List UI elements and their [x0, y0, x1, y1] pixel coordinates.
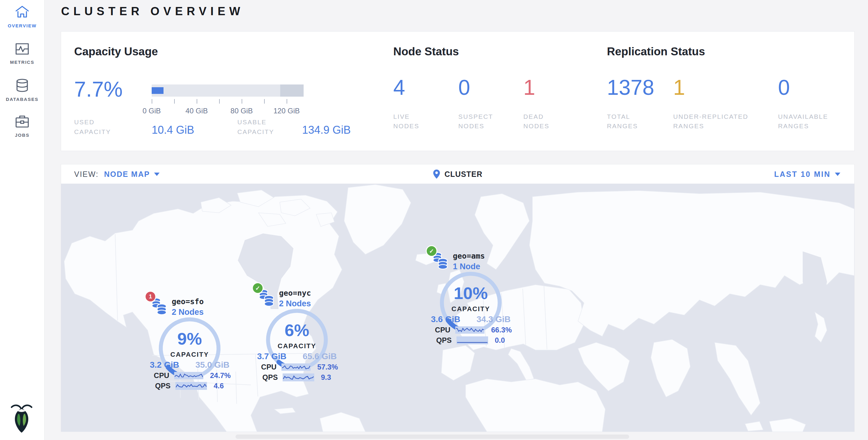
stat-value: 0	[458, 76, 523, 99]
cpu-label: CPU	[153, 371, 169, 380]
cpu-value: 66.3%	[491, 326, 512, 334]
tick-label: 40 GiB	[185, 107, 208, 115]
replication-status-section: Replication Status 1378 TOTAL RANGES 1 U…	[607, 32, 850, 151]
home-icon	[15, 5, 29, 19]
stat-label: UNDER-REPLICATED RANGES	[673, 112, 773, 131]
location-pin-icon	[433, 169, 440, 179]
chevron-down-icon[interactable]	[154, 172, 160, 176]
stat-label: SUSPECT NODES	[458, 112, 501, 131]
sidebar-item-label: JOBS	[0, 132, 44, 138]
sidebar-item-label: OVERVIEW	[0, 23, 44, 28]
usable-capacity-label: USABLE CAPACITY	[237, 117, 292, 136]
qps-row: QPS 0.0	[435, 336, 512, 345]
qps-label: QPS	[261, 373, 278, 382]
section-title: Replication Status	[607, 45, 705, 58]
tick-label: 80 GiB	[230, 107, 253, 115]
cpu-label: CPU	[261, 363, 277, 371]
gauge-capacity-label: CAPACITY	[430, 305, 512, 313]
metrics-icon	[15, 42, 29, 55]
jobs-icon	[15, 115, 29, 128]
map-toolbar: VIEW: NODE MAP CLUSTER LAST 10 MIN	[61, 164, 854, 184]
stat-value: 4	[393, 76, 458, 99]
sidebar: OVERVIEW METRICS DATABASES	[0, 0, 45, 440]
used-capacity-label: USED CAPACITY	[74, 117, 126, 136]
stat-under-replicated-ranges: 1 UNDER-REPLICATED RANGES	[673, 76, 778, 131]
time-range-selector[interactable]: LAST 10 MIN	[774, 164, 840, 184]
page-title: CLUSTER OVERVIEW	[61, 5, 244, 18]
capacity-bar	[152, 85, 304, 97]
horizontal-scrollbar[interactable]	[236, 435, 629, 439]
chevron-down-icon[interactable]	[835, 172, 840, 176]
capacity-axis-labels: 0 GiB 40 GiB 80 GiB 120 GiB	[152, 107, 304, 116]
stat-label: LIVE NODES	[393, 112, 433, 131]
node-marker-ams[interactable]: ✓ geo=ams 1 Node 10% CAPACITY 3.6 GiB 34…	[430, 249, 512, 347]
node-marker-sfo[interactable]: 1 geo=sfo 2 Nodes 9% CAPACITY 3.2 GiB 35…	[149, 295, 231, 392]
qps-label: QPS	[435, 336, 452, 345]
gauge-percent-value: 9%	[149, 329, 231, 349]
capacity-percent-value: 7.7%	[74, 77, 123, 101]
cpu-row: CPU 57.3%	[261, 363, 338, 371]
breadcrumb-cluster[interactable]: CLUSTER	[444, 170, 482, 179]
qps-value: 4.6	[214, 382, 224, 390]
capacity-usage-section: Capacity Usage 7.7% 0 GiB 40 GiB 80 GiB …	[74, 32, 378, 151]
summary-panel: Capacity Usage 7.7% 0 GiB 40 GiB 80 GiB …	[61, 31, 855, 151]
cpu-value: 24.7%	[210, 371, 231, 380]
capacity-bar-fill	[152, 87, 163, 94]
sidebar-item-label: DATABASES	[0, 97, 44, 102]
tick-label: 0 GiB	[143, 107, 161, 115]
section-title: Capacity Usage	[74, 45, 158, 58]
stat-value: 1	[673, 76, 778, 99]
gauge-capacity-label: CAPACITY	[149, 351, 231, 358]
qps-value: 9.3	[321, 373, 331, 382]
stat-value: 1	[523, 76, 588, 99]
node-marker-nyc[interactable]: ✓ geo=nyc 2 Nodes 6% CAPACITY 3.7 GiB 65…	[256, 286, 338, 384]
node-status-section: Node Status 4 LIVE NODES 0 SUSPECT NODES…	[393, 32, 606, 151]
stat-dead-nodes: 1 DEAD NODES	[523, 76, 588, 131]
cpu-label: CPU	[435, 326, 451, 334]
map-panel: VIEW: NODE MAP CLUSTER LAST 10 MIN	[61, 164, 855, 432]
gauge-percent-value: 10%	[430, 283, 512, 303]
gauge-capacity-label: CAPACITY	[256, 342, 338, 350]
qps-sparkline	[175, 382, 207, 390]
section-title: Node Status	[393, 45, 459, 58]
qps-sparkline	[457, 336, 488, 344]
total-capacity-value: 35.0 GiB	[195, 360, 229, 370]
sidebar-item-metrics[interactable]: METRICS	[0, 42, 44, 65]
cpu-row: CPU 24.7%	[153, 371, 231, 380]
gauge-percent-value: 6%	[256, 320, 338, 340]
cockroach-logo	[8, 403, 35, 433]
qps-row: QPS 9.3	[261, 373, 338, 382]
used-capacity-value: 3.7 GiB	[257, 352, 286, 361]
view-selector[interactable]: NODE MAP	[104, 170, 150, 179]
used-capacity-value: 10.4 GiB	[152, 124, 194, 136]
time-range-value[interactable]: LAST 10 MIN	[774, 170, 831, 179]
capacity-axis-ticks	[152, 99, 304, 104]
used-capacity-value: 3.6 GiB	[431, 315, 460, 324]
tick-label: 120 GiB	[274, 107, 300, 115]
healthy-check-icon: ✓	[426, 245, 437, 257]
sidebar-item-overview[interactable]: OVERVIEW	[0, 5, 44, 28]
stat-live-nodes: 4 LIVE NODES	[393, 76, 458, 131]
stat-value: 0	[778, 76, 845, 99]
cpu-value: 57.3%	[317, 363, 338, 371]
sidebar-item-label: METRICS	[0, 60, 44, 65]
qps-sparkline	[283, 373, 314, 381]
sidebar-item-databases[interactable]: DATABASES	[0, 78, 44, 102]
sidebar-item-jobs[interactable]: JOBS	[0, 115, 44, 138]
cpu-sparkline	[174, 372, 203, 380]
qps-row: QPS 4.6	[153, 382, 231, 390]
cluster-overview-page: OVERVIEW METRICS DATABASES	[0, 0, 868, 440]
node-map: 1 geo=sfo 2 Nodes 9% CAPACITY 3.2 GiB 35…	[61, 184, 854, 432]
view-label: VIEW:	[74, 170, 98, 179]
stat-suspect-nodes: 0 SUSPECT NODES	[458, 76, 523, 131]
cpu-sparkline	[455, 326, 485, 334]
qps-label: QPS	[153, 382, 170, 390]
cpu-row: CPU 66.3%	[435, 326, 512, 334]
stat-value: 1378	[607, 76, 673, 99]
capacity-bar-reserved	[280, 85, 304, 97]
stat-total-ranges: 1378 TOTAL RANGES	[607, 76, 673, 131]
total-capacity-value: 65.6 GiB	[303, 352, 337, 361]
stat-label: TOTAL RANGES	[607, 112, 649, 131]
stat-unavailable-ranges: 0 UNAVAILABLE RANGES	[778, 76, 845, 131]
usable-capacity-value: 134.9 GiB	[302, 124, 351, 136]
